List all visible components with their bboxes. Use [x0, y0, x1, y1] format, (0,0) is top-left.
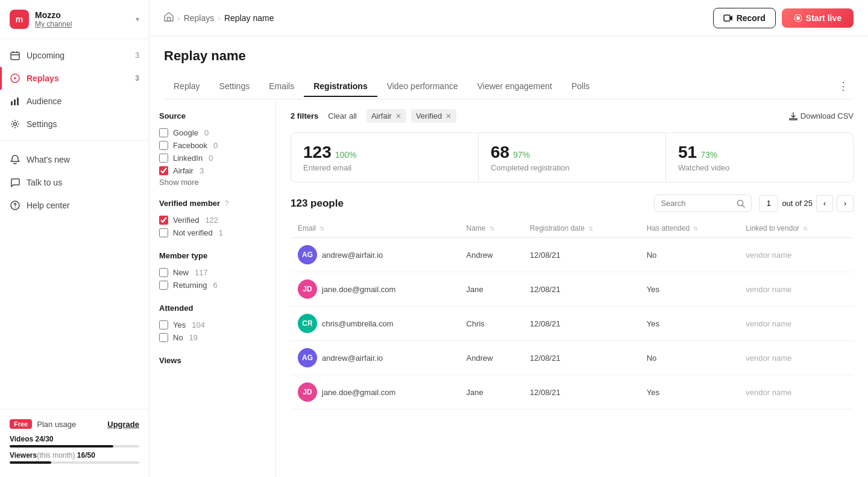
yes-count: 104 — [192, 320, 205, 329]
filter-tag-label: Airfair — [371, 111, 392, 120]
airfair-label: Airfair — [173, 166, 193, 175]
live-icon — [794, 14, 802, 22]
google-checkbox[interactable] — [159, 128, 168, 137]
col-vendor: Linked to vendor ⇅ — [738, 219, 854, 238]
facebook-checkbox[interactable] — [159, 141, 168, 150]
filter-not-verified[interactable]: Not verified 1 — [159, 226, 266, 239]
sort-icon[interactable]: ⇅ — [489, 225, 494, 232]
search-input[interactable] — [661, 199, 733, 208]
avatar: JD — [298, 279, 317, 299]
more-options-icon[interactable]: ⋮ — [833, 73, 854, 99]
col-name: Name ⇅ — [459, 219, 523, 238]
bell-icon — [10, 154, 20, 165]
name-cell: Jane — [459, 272, 523, 307]
stat-number: 123 100% — [303, 143, 466, 162]
google-label: Google — [173, 128, 198, 137]
start-live-button[interactable]: Start live — [782, 8, 854, 28]
sidebar-item-audience[interactable]: Audience — [0, 90, 149, 113]
filter-tag-remove-airfair[interactable]: ✕ — [395, 112, 401, 120]
not-verified-checkbox[interactable] — [159, 228, 168, 237]
tab-emails[interactable]: Emails — [259, 75, 304, 97]
user-channel[interactable]: My channel — [35, 20, 72, 28]
app-logo: m — [10, 10, 29, 29]
attended-no-checkbox[interactable] — [159, 333, 168, 342]
airfair-checkbox[interactable] — [159, 166, 168, 175]
sidebar-item-upcoming[interactable]: Upcoming 3 — [0, 44, 149, 67]
search-box[interactable] — [654, 195, 752, 212]
sidebar-item-settings[interactable]: Settings — [0, 113, 149, 136]
filter-google[interactable]: Google 0 — [159, 126, 266, 139]
filter-new[interactable]: New 117 — [159, 266, 266, 279]
clear-all-button[interactable]: Clear all — [323, 109, 362, 123]
breadcrumb-replays-link[interactable]: Replays — [184, 13, 215, 23]
table-row[interactable]: CR chris@umbrella.com Chris 12/08/21 Yes… — [291, 307, 854, 341]
table-row[interactable]: AG andrew@airfair.io Andrew 12/08/21 No … — [291, 238, 854, 272]
sort-icon[interactable]: ⇅ — [588, 225, 593, 232]
tab-replay[interactable]: Replay — [164, 75, 210, 97]
sidebar-item-talk-to-us[interactable]: Talk to us — [0, 171, 149, 194]
topbar-actions: Record Start live — [713, 8, 854, 28]
filter-source-section: Source Google 0 Facebook 0 LinkedIn — [159, 111, 266, 187]
new-checkbox[interactable] — [159, 268, 168, 277]
vendor-cell: vendor name — [738, 272, 854, 307]
stats-row: 123 100% Entered email 68 97% Completed … — [291, 132, 854, 182]
record-button[interactable]: Record — [713, 8, 776, 28]
not-verified-count: 1 — [219, 228, 223, 237]
tab-settings[interactable]: Settings — [210, 75, 260, 97]
sidebar-item-help-center[interactable]: Help center — [0, 194, 149, 217]
download-csv-button[interactable]: Download CSV — [789, 111, 854, 120]
tab-video-performance[interactable]: Video performance — [377, 75, 468, 97]
facebook-count: 0 — [213, 141, 218, 150]
user-name: Mozzo — [35, 10, 72, 20]
col-has-attended: Has attended ⇅ — [640, 219, 739, 238]
breadcrumb-current: Replay name — [224, 13, 274, 23]
svg-rect-8 — [168, 17, 171, 21]
search-icon — [737, 199, 745, 208]
tab-polls[interactable]: Polls — [562, 75, 599, 97]
home-icon[interactable] — [164, 12, 174, 23]
views-filter-title: Views — [159, 356, 266, 365]
filter-tag-remove-verified[interactable]: ✕ — [445, 112, 451, 120]
linkedin-label: LinkedIn — [173, 154, 203, 163]
returning-checkbox[interactable] — [159, 281, 168, 290]
returning-label: Returning — [173, 281, 207, 290]
chevron-down-icon[interactable]: ▾ — [136, 15, 139, 23]
sidebar-item-replays[interactable]: Replays 3 — [0, 67, 149, 90]
filter-attended-yes[interactable]: Yes 104 — [159, 319, 266, 331]
filter-returning[interactable]: Returning 6 — [159, 279, 266, 292]
filter-facebook[interactable]: Facebook 0 — [159, 139, 266, 152]
page-prev-button[interactable]: ‹ — [816, 195, 833, 212]
email-value: andrew@airfair.io — [322, 354, 383, 363]
svg-point-12 — [738, 200, 743, 205]
filter-attended-no[interactable]: No 19 — [159, 331, 266, 344]
filter-member-type-section: Member type New 117 Returning 6 — [159, 251, 266, 292]
tab-registrations[interactable]: Registrations — [304, 75, 377, 97]
sidebar-footer: Free Plan usage Upgrade Videos 24/30 Vie… — [0, 409, 149, 477]
sidebar-item-whats-new[interactable]: What's new — [0, 148, 149, 171]
verified-checkbox[interactable] — [159, 216, 168, 225]
show-more-link[interactable]: Show more — [159, 175, 199, 189]
upgrade-link[interactable]: Upgrade — [107, 420, 139, 429]
people-header: 123 people out of 25 ‹ › — [291, 195, 854, 212]
date-cell: 12/08/21 — [523, 341, 640, 375]
stat-percent: 97% — [513, 150, 530, 160]
chat-icon — [10, 177, 20, 188]
email-value: chris@umbrella.com — [322, 319, 394, 328]
tab-viewer-engagement[interactable]: Viewer engagement — [468, 75, 562, 97]
filter-verified[interactable]: Verified 122 — [159, 214, 266, 226]
main-content: › Replays › Replay name Record Start liv… — [149, 0, 868, 477]
page-next-button[interactable]: › — [837, 195, 854, 212]
filter-panel: Source Google 0 Facebook 0 LinkedIn — [149, 99, 276, 477]
filter-linkedin[interactable]: LinkedIn 0 — [159, 152, 266, 164]
sort-icon[interactable]: ⇅ — [319, 225, 324, 232]
table-row[interactable]: JD jane.doe@gmail.com Jane 12/08/21 Yes … — [291, 272, 854, 307]
linkedin-checkbox[interactable] — [159, 154, 168, 163]
verified-label: Verified — [173, 216, 199, 225]
plan-badge: Free — [10, 419, 32, 429]
sort-icon[interactable]: ⇅ — [693, 225, 698, 232]
table-row[interactable]: AG andrew@airfair.io Andrew 12/08/21 No … — [291, 341, 854, 375]
table-row[interactable]: JD jane.doe@gmail.com Jane 12/08/21 Yes … — [291, 375, 854, 410]
attended-yes-checkbox[interactable] — [159, 320, 168, 329]
page-number-input[interactable] — [759, 195, 778, 212]
sort-icon[interactable]: ⇅ — [803, 225, 808, 232]
